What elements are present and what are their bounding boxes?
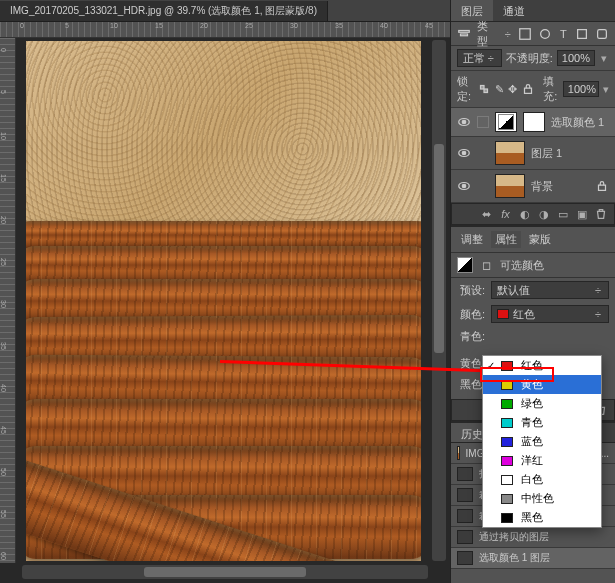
properties-header: ◻ 可选颜色 (451, 253, 615, 278)
layer-row-selective-color[interactable]: 选取颜色 1 (451, 108, 615, 137)
color-swatch-icon (501, 475, 513, 485)
scrollbar-vertical[interactable] (432, 40, 446, 561)
color-option-label: 洋红 (521, 453, 543, 468)
history-step-icon (457, 467, 473, 481)
chevron-down-icon[interactable]: ÷ (504, 28, 512, 40)
ruler-vertical[interactable]: 051015202530354045505560 (0, 38, 16, 563)
lock-all-icon[interactable] (521, 82, 535, 97)
properties-title: 可选颜色 (500, 258, 544, 273)
layer-mask-thumb[interactable] (523, 112, 545, 132)
layer-row-background[interactable]: 背景 (451, 170, 615, 203)
fill-label: 填充: (543, 74, 559, 104)
fill-input[interactable]: 100% (563, 81, 599, 97)
color-swatch-icon (501, 361, 513, 371)
color-option[interactable]: 白色 (483, 470, 601, 489)
tab-mask[interactable]: 蒙版 (525, 231, 555, 248)
layer-filter-bar: 类型 ÷ T (451, 22, 615, 46)
canvas-area: IMG_20170205_133021_HDR.jpg @ 39.7% (选取颜… (0, 0, 450, 583)
mask-link-icon[interactable]: ◻ (479, 258, 494, 273)
color-option[interactable]: 青色 (483, 413, 601, 432)
document-tab-bar: IMG_20170205_133021_HDR.jpg @ 39.7% (选取颜… (0, 0, 450, 22)
color-select[interactable]: 红色 ÷ (491, 305, 609, 323)
link-layers-icon[interactable]: ⬌ (479, 207, 494, 222)
image-content (26, 41, 421, 561)
color-option[interactable]: 绿色 (483, 394, 601, 413)
color-dropdown-popup[interactable]: 红色黄色绿色青色蓝色洋红白色中性色黑色 (482, 355, 602, 528)
cyan-label: 青色: (457, 329, 485, 344)
layer-name[interactable]: 背景 (531, 179, 553, 194)
layer-filter-kind-icon[interactable] (457, 26, 471, 41)
history-step-icon (457, 509, 473, 523)
new-layer-icon[interactable]: ▣ (574, 207, 589, 222)
history-item[interactable]: 选取颜色 1 图层 (451, 548, 615, 569)
svg-rect-8 (525, 88, 532, 93)
filter-shape-icon[interactable] (575, 26, 589, 41)
lock-position-icon[interactable]: ✥ (508, 82, 517, 97)
color-option-label: 红色 (521, 358, 543, 373)
ruler-horizontal[interactable]: 051015202530354045 (0, 22, 450, 38)
color-option-label: 中性色 (521, 491, 554, 506)
filter-adjust-icon[interactable] (538, 26, 552, 41)
document-tab[interactable]: IMG_20170205_133021_HDR.jpg @ 39.7% (选取颜… (0, 1, 328, 21)
layer-filter-kind-label: 类型 (477, 19, 494, 49)
svg-point-10 (462, 120, 466, 124)
color-option[interactable]: 蓝色 (483, 432, 601, 451)
layer-link-icon[interactable] (477, 116, 489, 128)
tab-adjust[interactable]: 调整 (457, 231, 487, 248)
visibility-icon[interactable] (457, 115, 471, 129)
color-swatch-icon (501, 437, 513, 447)
history-item-label: 选取颜色 1 图层 (479, 551, 550, 565)
color-swatch-icon (501, 456, 513, 466)
svg-rect-7 (484, 89, 488, 93)
layer-name[interactable]: 选取颜色 1 (551, 115, 604, 130)
opacity-label: 不透明度: (506, 51, 553, 66)
tab-channels[interactable]: 通道 (493, 0, 535, 21)
chevron-down-icon[interactable]: ▾ (603, 83, 609, 96)
layers-footer-toolbar: ⬌ fx ◐ ◑ ▭ ▣ (451, 203, 615, 225)
svg-point-3 (540, 29, 549, 38)
chevron-down-icon[interactable]: ▾ (599, 52, 609, 65)
preset-field: 预设: 默认值÷ (451, 278, 615, 302)
color-option-label: 黑色 (521, 510, 543, 525)
properties-panel-tabs: 调整 属性 蒙版 (451, 227, 615, 253)
visibility-icon[interactable] (457, 179, 471, 193)
history-item[interactable]: 通过拷贝的图层 (451, 527, 615, 548)
scrollbar-horizontal[interactable] (22, 565, 428, 579)
layer-thumb (495, 141, 525, 165)
svg-rect-5 (598, 29, 607, 38)
filter-image-icon[interactable] (518, 26, 532, 41)
preset-label: 预设: (457, 283, 485, 298)
yellow-label: 黄色: (457, 356, 485, 371)
group-icon[interactable]: ▭ (555, 207, 570, 222)
lock-transparent-icon[interactable] (477, 82, 491, 97)
blend-mode-select[interactable]: 正常÷ (457, 49, 502, 67)
trash-icon[interactable] (593, 207, 608, 222)
adjustment-layer-icon[interactable]: ◑ (536, 207, 551, 222)
cyan-field: 青色: (451, 326, 615, 347)
canvas-viewport[interactable] (16, 38, 430, 563)
filter-smart-icon[interactable] (595, 26, 609, 41)
visibility-icon[interactable] (457, 146, 471, 160)
history-item-label: 通过拷贝的图层 (479, 530, 549, 544)
lock-icon (594, 179, 609, 194)
layer-fx-icon[interactable]: fx (498, 207, 513, 222)
color-option-label: 蓝色 (521, 434, 543, 449)
color-option[interactable]: 黄色 (483, 375, 601, 394)
filter-text-icon[interactable]: T (558, 26, 569, 41)
layer-mask-icon[interactable]: ◐ (517, 207, 532, 222)
svg-rect-4 (578, 29, 587, 38)
preset-value: 默认值 (497, 283, 530, 298)
color-option[interactable]: 红色 (483, 356, 601, 375)
color-option-label: 青色 (521, 415, 543, 430)
layer-name[interactable]: 图层 1 (531, 146, 562, 161)
lock-label: 锁定: (457, 74, 473, 104)
preset-select[interactable]: 默认值÷ (491, 281, 609, 299)
tab-properties[interactable]: 属性 (491, 231, 521, 248)
lock-pixels-icon[interactable]: ✎ (495, 82, 504, 97)
color-option[interactable]: 黑色 (483, 508, 601, 527)
opacity-input[interactable]: 100% (557, 50, 595, 66)
svg-rect-15 (598, 185, 605, 190)
color-option[interactable]: 洋红 (483, 451, 601, 470)
layer-row-1[interactable]: 图层 1 (451, 137, 615, 170)
color-option[interactable]: 中性色 (483, 489, 601, 508)
